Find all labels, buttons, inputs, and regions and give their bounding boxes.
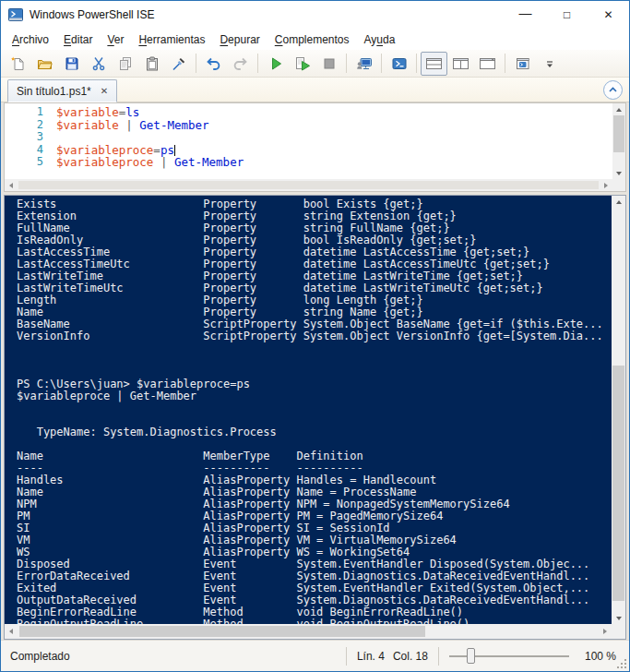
status-message: Completado <box>10 650 70 663</box>
copy-button[interactable] <box>112 52 138 76</box>
scroll-down-button[interactable] <box>612 612 625 624</box>
chevron-left-icon <box>9 183 13 188</box>
new-script-button[interactable] <box>5 52 31 76</box>
show-script-pane-maximized-button[interactable] <box>474 52 501 76</box>
code-line[interactable]: $variableproce | Get-Member <box>56 156 612 169</box>
save-icon <box>65 56 79 71</box>
menu-item-herramientas[interactable]: Herramientas <box>131 30 212 49</box>
editor-vscroll-thumb[interactable] <box>613 115 624 152</box>
run-selection-button[interactable] <box>289 52 315 76</box>
paste-icon <box>145 56 160 71</box>
line-number: 4 <box>5 144 43 157</box>
cut-button[interactable] <box>85 52 112 76</box>
code-line[interactable]: $variable=ls <box>56 106 612 119</box>
scrollbar-corner <box>612 624 625 639</box>
editor-code[interactable]: $variable=ls$variable | Get-Member $vari… <box>56 106 612 169</box>
show-script-pane-top-button[interactable] <box>421 52 447 76</box>
run-script-button[interactable] <box>262 52 289 76</box>
console-hscroll-thumb[interactable] <box>19 626 425 637</box>
console-horizontal-scrollbar[interactable] <box>5 624 612 639</box>
scroll-down-button[interactable] <box>612 167 625 179</box>
scroll-left-button[interactable] <box>5 179 18 191</box>
script-tab[interactable]: Sin título1.ps1* ✕ <box>7 79 117 102</box>
powershell-icon <box>391 56 408 71</box>
scroll-left-button[interactable] <box>5 624 18 639</box>
paste-button[interactable] <box>138 52 165 76</box>
clear-console-pane-button[interactable] <box>165 52 192 76</box>
window-title: Windows PowerShell ISE <box>30 8 154 21</box>
menubar: ArchivoEditarVerHerramientasDepurarCompl… <box>1 29 629 50</box>
zoom-slider[interactable] <box>449 648 569 664</box>
scroll-right-button[interactable] <box>599 624 612 639</box>
toolbar-separator <box>381 54 382 73</box>
menu-item-editar[interactable]: Editar <box>56 30 100 49</box>
scroll-up-button[interactable] <box>612 196 625 208</box>
start-powershell-button[interactable] <box>386 52 412 76</box>
clear-icon <box>172 56 186 71</box>
editor-horizontal-scrollbar[interactable] <box>5 179 612 191</box>
console-vscroll-thumb[interactable] <box>612 366 624 601</box>
chevron-right-icon <box>604 183 608 188</box>
editor-vertical-scrollbar[interactable] <box>612 103 625 179</box>
minimize-button[interactable]: — <box>505 1 546 29</box>
toolbar-separator <box>257 54 258 73</box>
cut-icon <box>91 56 106 71</box>
run-icon <box>268 56 283 71</box>
toolbar <box>1 50 629 78</box>
resize-grip[interactable] <box>616 658 627 669</box>
zoom-slider-thumb[interactable] <box>467 648 475 664</box>
console-vertical-scrollbar[interactable] <box>612 196 625 624</box>
show-command-window-button[interactable] <box>509 52 536 76</box>
redo-button[interactable] <box>227 52 254 76</box>
stop-icon <box>322 56 337 71</box>
code-line[interactable]: $variableproce=ps <box>56 144 612 157</box>
overflow-icon <box>544 56 555 71</box>
tab-close-icon[interactable]: ✕ <box>101 86 108 96</box>
menu-item-ver[interactable]: Ver <box>100 30 131 49</box>
column-indicator: Col. 18 <box>393 650 428 663</box>
pane-max-icon <box>479 56 496 71</box>
editor-hscroll-thumb[interactable] <box>18 181 599 189</box>
chevron-down-icon <box>616 617 622 620</box>
statusbar: Completado Lín. 4 Col. 18 100 % <box>1 640 629 671</box>
caret-position: Lín. 4 Col. 18 <box>357 650 428 663</box>
line-number: 3 <box>5 131 43 144</box>
script-editor-pane[interactable]: 12345 $variable=ls$variable | Get-Member… <box>4 102 626 192</box>
scroll-up-button[interactable] <box>612 103 625 115</box>
save-script-button[interactable] <box>58 52 85 76</box>
scroll-right-button[interactable] <box>600 179 612 191</box>
titlebar[interactable]: Windows PowerShell ISE — □ ✕ <box>1 1 629 29</box>
code-line[interactable]: $variable | Get-Member <box>56 119 612 132</box>
close-button[interactable]: ✕ <box>588 1 629 29</box>
statusbar-separator <box>438 647 439 666</box>
editor-gutter: 12345 <box>5 106 43 169</box>
powershell-ise-app-icon <box>8 7 23 22</box>
toolbar-separator <box>416 54 417 73</box>
collapse-script-pane-button[interactable] <box>603 80 623 100</box>
show-script-pane-right-button[interactable] <box>447 52 474 76</box>
tabbar: Sin título1.ps1* ✕ <box>1 78 629 102</box>
line-number: 5 <box>5 156 43 169</box>
toolbar-separator <box>196 54 196 73</box>
new-remote-powershell-tab-button[interactable] <box>351 52 377 76</box>
copy-icon <box>118 56 133 71</box>
stop-operation-button[interactable] <box>315 52 342 76</box>
toolbar-separator <box>346 54 347 73</box>
open-icon <box>37 56 53 71</box>
toolbar-overflow-button[interactable] <box>536 52 563 76</box>
maximize-button[interactable]: □ <box>546 1 588 29</box>
workspace: 12345 $variable=ls$variable | Get-Member… <box>1 102 629 640</box>
pane-right-icon <box>452 56 470 71</box>
undo-button[interactable] <box>200 52 227 76</box>
console-pane[interactable]: Exists Property bool Exists {get;} Exten… <box>4 195 626 640</box>
menu-item-complementos[interactable]: Complementos <box>267 30 357 49</box>
text-cursor <box>174 145 175 156</box>
menu-item-archivo[interactable]: Archivo <box>5 30 56 49</box>
code-line[interactable] <box>56 131 612 144</box>
console-output[interactable]: Exists Property bool Exists {get;} Exten… <box>17 198 610 624</box>
open-script-button[interactable] <box>31 52 58 76</box>
pane-top-icon <box>425 56 443 71</box>
menu-item-ayuda[interactable]: Ayuda <box>357 30 403 49</box>
menu-item-depurar[interactable]: Depurar <box>212 30 267 49</box>
zoom-percent-label: 100 % <box>585 650 616 663</box>
